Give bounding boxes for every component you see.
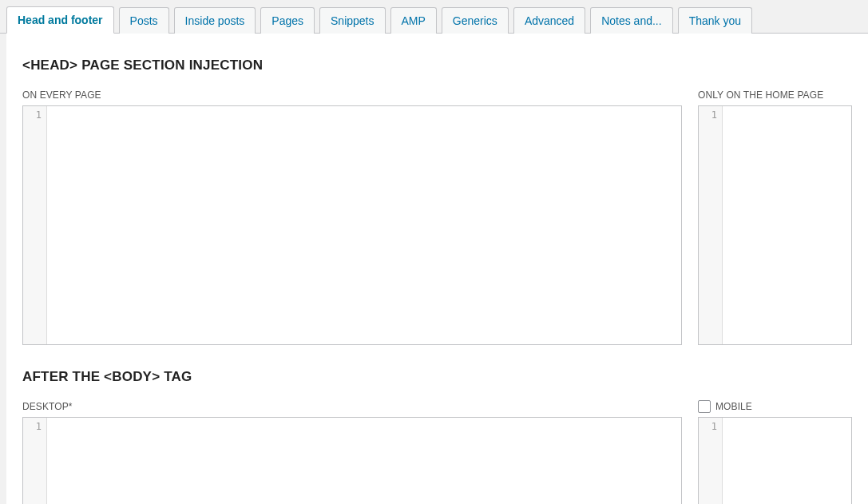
section-heading-body: AFTER THE <BODY> TAG bbox=[22, 369, 852, 385]
gutter-desktop: 1 bbox=[23, 418, 47, 504]
label-mobile: MOBILE bbox=[715, 401, 752, 412]
label-every-page: ON EVERY PAGE bbox=[22, 88, 682, 102]
code-area-home-page[interactable] bbox=[723, 106, 851, 344]
label-mobile-wrapper: MOBILE bbox=[698, 399, 852, 414]
editor-every-page[interactable]: 1 bbox=[22, 105, 682, 345]
tab-thank-you[interactable]: Thank you bbox=[678, 7, 752, 34]
tab-inside-posts[interactable]: Inside posts bbox=[174, 7, 256, 34]
code-area-desktop[interactable] bbox=[47, 418, 681, 504]
gutter-mobile: 1 bbox=[699, 418, 723, 504]
tab-snippets[interactable]: Snippets bbox=[319, 7, 385, 34]
col-home-page: ONLY ON THE HOME PAGE 1 bbox=[698, 88, 852, 345]
gutter-every-page: 1 bbox=[23, 106, 47, 344]
panel-head-and-footer: <HEAD> PAGE SECTION INJECTION ON EVERY P… bbox=[6, 34, 868, 504]
editor-home-page[interactable]: 1 bbox=[698, 105, 852, 345]
code-area-mobile[interactable] bbox=[723, 418, 851, 504]
editor-desktop[interactable]: 1 bbox=[22, 417, 682, 504]
col-mobile: MOBILE 1 bbox=[698, 399, 852, 504]
code-area-every-page[interactable] bbox=[47, 106, 681, 344]
label-desktop: DESKTOP* bbox=[22, 399, 682, 414]
tab-notes[interactable]: Notes and... bbox=[590, 7, 673, 34]
tab-head-and-footer[interactable]: Head and footer bbox=[6, 6, 114, 34]
tab-posts[interactable]: Posts bbox=[119, 7, 169, 34]
gutter-home-page: 1 bbox=[699, 106, 723, 344]
label-home-page: ONLY ON THE HOME PAGE bbox=[698, 88, 852, 102]
col-every-page: ON EVERY PAGE 1 bbox=[22, 88, 682, 345]
section-heading-head: <HEAD> PAGE SECTION INJECTION bbox=[22, 58, 852, 73]
tabs-bar: Head and footer Posts Inside posts Pages… bbox=[0, 0, 868, 34]
tab-amp[interactable]: AMP bbox=[390, 7, 437, 34]
col-desktop: DESKTOP* 1 bbox=[22, 399, 682, 504]
tab-pages[interactable]: Pages bbox=[260, 7, 315, 34]
checkbox-mobile[interactable] bbox=[698, 400, 711, 413]
row-body-injection: DESKTOP* 1 MOBILE 1 bbox=[22, 399, 852, 504]
tab-advanced[interactable]: Advanced bbox=[513, 7, 585, 34]
tab-generics[interactable]: Generics bbox=[442, 7, 509, 34]
editor-mobile[interactable]: 1 bbox=[698, 417, 852, 504]
row-head-injection: ON EVERY PAGE 1 ONLY ON THE HOME PAGE 1 bbox=[22, 88, 852, 345]
